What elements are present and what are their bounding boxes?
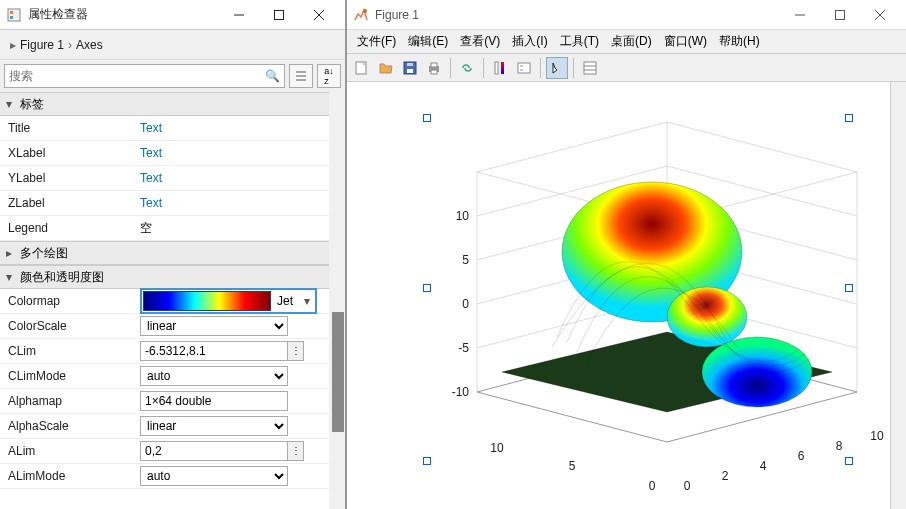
menu-help[interactable]: 帮助(H)	[713, 31, 766, 52]
climmode-select[interactable]: auto	[140, 366, 288, 386]
section-labels[interactable]: ▾ 标签	[0, 92, 345, 116]
sort-az-button[interactable]: a↓z	[317, 64, 341, 88]
collapse-icon: ▾	[6, 97, 16, 111]
svg-rect-20	[431, 63, 437, 67]
xtick: 4	[760, 459, 767, 473]
menu-view[interactable]: 查看(V)	[454, 31, 506, 52]
minimize-button[interactable]	[219, 1, 259, 29]
xtick: 10	[870, 429, 884, 443]
figure-menubar: 文件(F) 编辑(E) 查看(V) 插入(I) 工具(T) 桌面(D) 窗口(W…	[347, 30, 906, 54]
prop-label: ALim	[0, 444, 140, 458]
section-title: 标签	[20, 96, 44, 113]
svg-rect-24	[518, 63, 530, 73]
properties-container: ▾ 标签 TitleText XLabelText YLabelText ZLa…	[0, 92, 345, 509]
figure-toolbar	[347, 54, 906, 82]
new-figure-button[interactable]	[351, 57, 373, 79]
search-input[interactable]	[9, 69, 265, 83]
title-link[interactable]: Text	[140, 121, 345, 135]
svg-rect-18	[407, 63, 413, 66]
chevron-right-icon: ›	[68, 38, 72, 52]
svg-rect-21	[431, 70, 437, 74]
svg-point-10	[363, 9, 367, 13]
prop-label: Title	[0, 121, 140, 135]
ytick: 10	[490, 441, 504, 455]
prop-label: ColorScale	[0, 319, 140, 333]
expand-icon: ▸	[6, 246, 16, 260]
search-icon: 🔍	[265, 69, 280, 83]
svg-rect-22	[495, 62, 498, 74]
ytick: 5	[569, 459, 576, 473]
figure-canvas[interactable]: -10 -5 0 5 10 10 5 0 0 2 4 6	[347, 82, 890, 509]
inspector-title: 属性检查器	[28, 6, 219, 23]
colormap-dropdown[interactable]: Jet ▾	[140, 288, 317, 314]
insert-legend-button[interactable]	[513, 57, 535, 79]
categorize-button[interactable]	[289, 64, 313, 88]
menu-tools[interactable]: 工具(T)	[554, 31, 605, 52]
insert-colorbar-button[interactable]	[489, 57, 511, 79]
peaks-surface-plot[interactable]: -10 -5 0 5 10 10 5 0 0 2 4 6	[407, 92, 887, 502]
breadcrumb-axes[interactable]: Axes	[76, 38, 103, 52]
xlabel-link[interactable]: Text	[140, 146, 345, 160]
scrollbar-thumb[interactable]	[332, 312, 344, 432]
more-button[interactable]: ⋮	[288, 441, 304, 461]
svg-point-31	[667, 287, 747, 347]
legend-value: 空	[140, 220, 345, 237]
figure-title: Figure 1	[375, 8, 780, 22]
toolbar-separator	[573, 58, 574, 78]
ylabel-link[interactable]: Text	[140, 171, 345, 185]
prop-label: YLabel	[0, 171, 140, 185]
svg-rect-12	[836, 10, 845, 19]
alim-input[interactable]	[140, 441, 288, 461]
chevron-right-icon[interactable]: ▸	[10, 38, 16, 52]
svg-rect-4	[275, 10, 284, 19]
more-button[interactable]: ⋮	[288, 341, 304, 361]
ztick: -10	[452, 385, 470, 399]
save-button[interactable]	[399, 57, 421, 79]
alphascale-select[interactable]: linear	[140, 416, 288, 436]
figure-window: Figure 1 文件(F) 编辑(E) 查看(V) 插入(I) 工具(T) 桌…	[346, 0, 906, 509]
open-property-inspector-button[interactable]	[579, 57, 601, 79]
figure-titlebar: Figure 1	[347, 0, 906, 30]
prop-label: XLabel	[0, 146, 140, 160]
figure-side-scrollbar[interactable]	[890, 82, 906, 509]
menu-insert[interactable]: 插入(I)	[506, 31, 553, 52]
breadcrumb-figure[interactable]: Figure 1	[20, 38, 64, 52]
alimmode-select[interactable]: auto	[140, 466, 288, 486]
toolbar-separator	[483, 58, 484, 78]
prop-label: AlphaScale	[0, 419, 140, 433]
minimize-button[interactable]	[780, 1, 820, 29]
ztick: 0	[462, 297, 469, 311]
close-button[interactable]	[860, 1, 900, 29]
xtick: 2	[722, 469, 729, 483]
clim-input[interactable]	[140, 341, 288, 361]
search-row: 🔍 a↓z	[0, 60, 345, 92]
chevron-down-icon: ▾	[299, 294, 314, 308]
prop-label: Alphamap	[0, 394, 140, 408]
menu-window[interactable]: 窗口(W)	[658, 31, 713, 52]
collapse-icon: ▾	[6, 270, 16, 284]
section-title: 多个绘图	[20, 245, 68, 262]
inspector-scrollbar[interactable]	[329, 92, 345, 509]
edit-plot-button[interactable]	[546, 57, 568, 79]
xtick: 8	[836, 439, 843, 453]
open-button[interactable]	[375, 57, 397, 79]
section-multiplots[interactable]: ▸ 多个绘图	[0, 241, 345, 265]
breadcrumb: ▸ Figure 1 › Axes	[0, 30, 345, 60]
section-color[interactable]: ▾ 颜色和透明度图	[0, 265, 345, 289]
maximize-button[interactable]	[259, 1, 299, 29]
colormap-name: Jet	[277, 294, 293, 308]
zlabel-link[interactable]: Text	[140, 196, 345, 210]
link-button[interactable]	[456, 57, 478, 79]
menu-edit[interactable]: 编辑(E)	[402, 31, 454, 52]
maximize-button[interactable]	[820, 1, 860, 29]
menu-desktop[interactable]: 桌面(D)	[605, 31, 658, 52]
print-button[interactable]	[423, 57, 445, 79]
alphamap-input[interactable]	[140, 391, 288, 411]
ztick: -5	[458, 341, 469, 355]
svg-rect-17	[407, 69, 413, 73]
ytick: 0	[649, 479, 656, 493]
svg-rect-1	[10, 11, 13, 14]
close-button[interactable]	[299, 1, 339, 29]
colorscale-select[interactable]: linear	[140, 316, 288, 336]
menu-file[interactable]: 文件(F)	[351, 31, 402, 52]
